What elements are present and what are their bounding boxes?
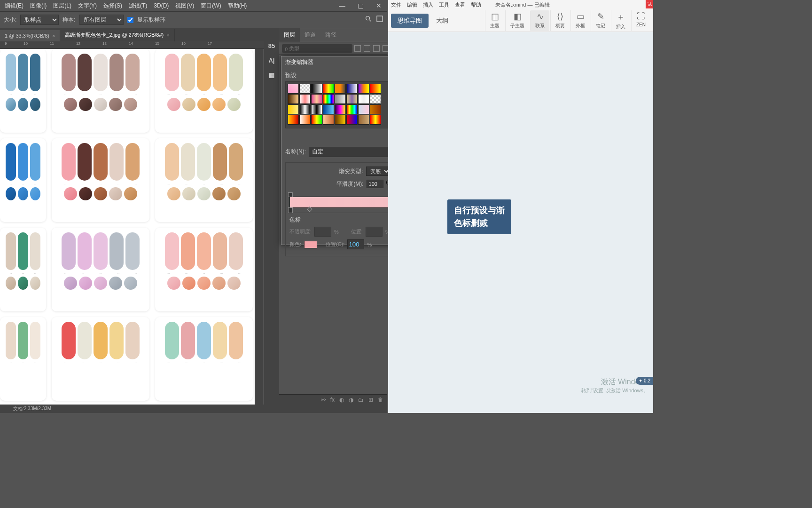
position2-input[interactable] xyxy=(347,239,364,249)
color-swatch[interactable] xyxy=(304,241,317,248)
preset-swatch[interactable] xyxy=(358,104,369,114)
preset-swatch[interactable] xyxy=(299,115,311,125)
preset-swatch[interactable] xyxy=(335,94,346,104)
preset-swatch[interactable] xyxy=(335,104,346,114)
filter-image-icon[interactable] xyxy=(354,45,361,52)
tab-layers[interactable]: 图层 xyxy=(279,28,300,42)
tab-outline[interactable]: 大纲 xyxy=(429,14,455,28)
size-select[interactable]: 取样点 xyxy=(20,15,59,25)
preset-swatch[interactable] xyxy=(358,115,369,125)
preset-swatch[interactable] xyxy=(323,115,334,125)
trial-badge[interactable]: 试 xyxy=(646,0,653,8)
zoom-indicator[interactable]: ✦ 0.2 xyxy=(636,377,653,385)
panel-icon[interactable] xyxy=(376,15,383,24)
doc-tab[interactable]: 1 @ 33.3%(RGB/8)× xyxy=(0,30,60,41)
preset-swatch[interactable] xyxy=(311,94,322,104)
preset-swatch[interactable] xyxy=(370,104,381,114)
xm-canvas[interactable]: 自行预设与渐 色标删减 激活 Windows 转到"设置"以激活 Windows… xyxy=(388,32,653,413)
preset-swatch[interactable] xyxy=(323,84,334,94)
canvas[interactable]: ········································… xyxy=(0,49,263,405)
xm-tool-ZEN[interactable]: ⛶ZEN xyxy=(631,10,650,31)
xm-tool-概要[interactable]: ⟨⟩概要 xyxy=(550,10,570,31)
preset-box[interactable] xyxy=(285,81,403,128)
midpoint[interactable] xyxy=(307,206,312,212)
character-icon[interactable]: A| xyxy=(268,57,274,64)
menu-item[interactable]: 查看 xyxy=(455,1,465,8)
preset-swatch[interactable] xyxy=(288,94,299,104)
tab-paths[interactable]: 路径 xyxy=(320,28,341,42)
menu-item[interactable]: 图层(L) xyxy=(50,1,74,11)
fx-icon[interactable]: fx xyxy=(330,397,335,403)
preset-swatch[interactable] xyxy=(370,115,381,125)
search-icon[interactable] xyxy=(365,15,372,24)
menu-item[interactable]: 编辑(E) xyxy=(2,1,26,11)
menu-item[interactable]: 工具 xyxy=(439,1,449,8)
xm-tool-主题[interactable]: ◫主题 xyxy=(485,10,504,31)
type-select[interactable]: 实底 xyxy=(366,167,390,176)
preset-swatch[interactable] xyxy=(288,84,299,94)
smooth-input[interactable] xyxy=(367,180,383,188)
preset-swatch[interactable] xyxy=(323,94,334,104)
menu-item[interactable]: 图像(I) xyxy=(27,1,49,11)
preset-swatch[interactable] xyxy=(346,94,358,104)
preset-swatch[interactable] xyxy=(346,104,358,114)
sample-select[interactable]: 所有图层 xyxy=(79,15,124,25)
history-icon[interactable]: 85 xyxy=(268,42,275,49)
layer-filter-input[interactable] xyxy=(282,44,352,53)
link-icon[interactable]: ⚯ xyxy=(321,397,326,403)
close-icon[interactable]: × xyxy=(52,33,55,39)
preset-swatch[interactable] xyxy=(299,94,311,104)
doc-tab[interactable]: 高级渐变配色色卡_2.jpg @ 278%(RGB/8#)× xyxy=(60,29,174,41)
trash-icon[interactable]: 🗑 xyxy=(378,397,383,403)
tab-channels[interactable]: 通道 xyxy=(300,28,320,42)
preset-swatch[interactable] xyxy=(358,84,369,94)
paragraph-icon[interactable]: ▦ xyxy=(269,71,274,79)
menu-item[interactable]: 滤镜(T) xyxy=(126,1,150,11)
menu-item[interactable]: 编辑 xyxy=(407,1,417,8)
xm-tool-子主题[interactable]: ◧子主题 xyxy=(505,10,529,31)
menu-item[interactable]: 视图(V) xyxy=(172,1,197,11)
preset-swatch[interactable] xyxy=(323,104,334,114)
preset-swatch[interactable] xyxy=(346,115,358,125)
fill-icon[interactable]: ◑ xyxy=(349,397,353,403)
menu-item[interactable]: 选择(S) xyxy=(101,1,125,11)
preset-swatch[interactable] xyxy=(311,115,322,125)
menu-item[interactable]: 帮助(H) xyxy=(225,1,250,11)
xm-tool-联系[interactable]: ∿联系 xyxy=(530,10,549,31)
maximize-icon[interactable]: ▢ xyxy=(355,1,367,10)
show-ring-checkbox[interactable] xyxy=(127,17,133,23)
xm-tool-外框[interactable]: ▭外框 xyxy=(570,10,590,31)
preset-swatch[interactable] xyxy=(370,84,381,94)
xm-tool-笔记[interactable]: ✎笔记 xyxy=(591,10,610,31)
opacity-stop[interactable] xyxy=(288,192,293,197)
filter-type-icon[interactable] xyxy=(373,45,380,52)
preset-swatch[interactable] xyxy=(311,104,322,114)
menu-item[interactable]: 文件 xyxy=(391,1,401,8)
menu-item[interactable]: 窗口(W) xyxy=(198,1,224,11)
tab-mindmap[interactable]: 思维导图 xyxy=(391,14,429,28)
preset-swatch[interactable] xyxy=(335,115,346,125)
mask-icon[interactable]: ◐ xyxy=(339,397,344,403)
preset-swatch[interactable] xyxy=(299,84,311,94)
minimize-icon[interactable]: — xyxy=(336,1,348,10)
preset-swatch[interactable] xyxy=(311,84,322,94)
color-stop[interactable] xyxy=(288,207,293,213)
menu-item[interactable]: 3D(D) xyxy=(151,1,172,10)
preset-swatch[interactable] xyxy=(288,115,299,125)
new-layer-icon[interactable]: ⊞ xyxy=(368,397,373,403)
preset-swatch[interactable] xyxy=(288,104,299,114)
menu-item[interactable]: 文字(Y) xyxy=(75,1,100,11)
filter-adjust-icon[interactable] xyxy=(364,45,370,52)
color-swatch xyxy=(125,322,140,359)
close-icon[interactable]: ✕ xyxy=(373,1,384,10)
close-icon[interactable]: × xyxy=(166,32,169,38)
menu-item[interactable]: 帮助 xyxy=(471,1,481,8)
preset-swatch[interactable] xyxy=(299,104,311,114)
preset-swatch[interactable] xyxy=(370,94,381,104)
folder-icon[interactable]: 🗀 xyxy=(358,397,364,403)
preset-swatch[interactable] xyxy=(346,84,358,94)
menu-item[interactable]: 插入 xyxy=(423,1,433,8)
preset-swatch[interactable] xyxy=(358,94,369,104)
xm-tool-插入[interactable]: ＋插入 xyxy=(611,10,630,31)
preset-swatch[interactable] xyxy=(335,84,346,94)
